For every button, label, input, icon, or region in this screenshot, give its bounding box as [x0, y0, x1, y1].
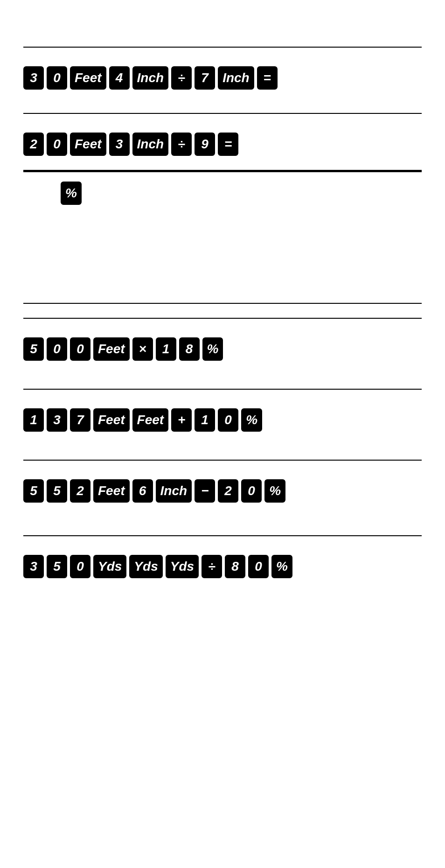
- token-5b[interactable]: 5: [23, 479, 44, 503]
- token-equals-2[interactable]: =: [218, 133, 238, 156]
- token-3b[interactable]: 3: [47, 408, 67, 432]
- token-yds-1[interactable]: Yds: [93, 555, 126, 578]
- token-3[interactable]: 3: [109, 133, 130, 156]
- token-divide-3[interactable]: ÷: [202, 555, 222, 578]
- token-yds-2[interactable]: Yds: [129, 555, 162, 578]
- token-divide-2[interactable]: ÷: [171, 133, 192, 156]
- token-feet-3[interactable]: Feet: [93, 337, 130, 361]
- token-9[interactable]: 9: [195, 133, 215, 156]
- token-2[interactable]: 2: [23, 133, 44, 156]
- token-1c[interactable]: 1: [195, 408, 215, 432]
- token-3[interactable]: 3: [23, 66, 44, 90]
- token-feet-6[interactable]: Feet: [93, 479, 130, 503]
- token-0d[interactable]: 0: [70, 337, 90, 361]
- token-inch-4[interactable]: Inch: [156, 479, 192, 503]
- token-0c[interactable]: 0: [47, 337, 67, 361]
- token-8b[interactable]: 8: [225, 555, 245, 578]
- token-7[interactable]: 7: [195, 66, 215, 90]
- token-0b[interactable]: 0: [47, 133, 67, 156]
- token-percent-5[interactable]: %: [271, 555, 292, 578]
- token-inch-3[interactable]: Inch: [132, 133, 169, 156]
- token-3c[interactable]: 3: [23, 555, 44, 578]
- token-0f[interactable]: 0: [241, 479, 262, 503]
- token-yds-3[interactable]: Yds: [166, 555, 199, 578]
- token-0e[interactable]: 0: [218, 408, 238, 432]
- token-inch-1[interactable]: Inch: [132, 66, 169, 90]
- token-inch-2[interactable]: Inch: [218, 66, 254, 90]
- token-percent-1[interactable]: %: [61, 182, 82, 205]
- row-6: 5 5 2 Feet 6 Inch − 2 0 %: [23, 470, 422, 512]
- token-minus[interactable]: −: [195, 479, 215, 503]
- row-percent: %: [23, 177, 422, 210]
- token-6[interactable]: 6: [132, 479, 153, 503]
- token-percent-3[interactable]: %: [241, 408, 262, 432]
- page: 3 0 Feet 4 Inch ÷ 7 Inch = 2 0 Feet 3 In…: [0, 0, 445, 868]
- token-feet-5[interactable]: Feet: [132, 408, 169, 432]
- token-1b[interactable]: 1: [23, 408, 44, 432]
- token-4[interactable]: 4: [109, 66, 130, 90]
- token-multiply[interactable]: ×: [132, 337, 153, 361]
- token-5c[interactable]: 5: [47, 479, 67, 503]
- row-7: 3 5 0 Yds Yds Yds ÷ 8 0 %: [23, 546, 422, 588]
- token-percent-4[interactable]: %: [264, 479, 285, 503]
- token-5a[interactable]: 5: [23, 337, 44, 361]
- token-0h[interactable]: 0: [248, 555, 269, 578]
- token-equals-1[interactable]: =: [257, 66, 278, 90]
- token-plus[interactable]: +: [171, 408, 192, 432]
- token-5d[interactable]: 5: [47, 555, 67, 578]
- row-1: 3 0 Feet 4 Inch ÷ 7 Inch =: [23, 57, 422, 99]
- token-percent-2[interactable]: %: [202, 337, 223, 361]
- token-0[interactable]: 0: [47, 66, 67, 90]
- token-feet-1[interactable]: Feet: [70, 66, 106, 90]
- token-7[interactable]: 7: [70, 408, 90, 432]
- token-feet-2[interactable]: Feet: [70, 133, 106, 156]
- token-divide-1[interactable]: ÷: [171, 66, 192, 90]
- token-8[interactable]: 8: [179, 337, 200, 361]
- token-feet-4[interactable]: Feet: [93, 408, 130, 432]
- row-4: 5 0 0 Feet × 1 8 %: [23, 328, 422, 370]
- token-2b[interactable]: 2: [70, 479, 90, 503]
- token-2c[interactable]: 2: [218, 479, 238, 503]
- row-5: 1 3 7 Feet Feet + 1 0 %: [23, 399, 422, 441]
- token-1a[interactable]: 1: [156, 337, 176, 361]
- token-0g[interactable]: 0: [70, 555, 90, 578]
- row-2: 2 0 Feet 3 Inch ÷ 9 =: [23, 123, 422, 165]
